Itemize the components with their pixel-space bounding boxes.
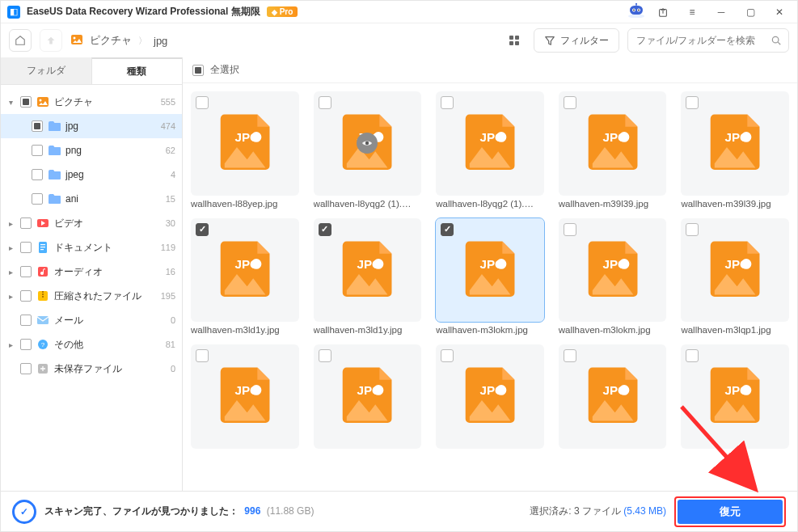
breadcrumb-pictures-icon xyxy=(70,33,83,49)
tree-item-checkbox[interactable] xyxy=(20,339,32,350)
file-checkbox[interactable] xyxy=(196,223,209,236)
chevron-down-icon[interactable]: ▾ xyxy=(6,98,15,107)
file-thumbnail[interactable] xyxy=(191,218,299,323)
file-thumbnail[interactable] xyxy=(314,91,422,196)
file-checkbox[interactable] xyxy=(319,223,331,236)
tab-type[interactable]: 種類 xyxy=(91,57,183,84)
breadcrumb-item[interactable]: ピクチャ xyxy=(90,33,132,48)
sidebar-item-archives[interactable]: ▸圧縮されたファイル195 xyxy=(1,284,182,308)
file-thumbnail[interactable] xyxy=(436,344,544,449)
file-thumbnail[interactable] xyxy=(559,344,667,449)
file-thumbnail[interactable] xyxy=(681,218,789,323)
search-input[interactable] xyxy=(635,34,771,47)
chevron-right-icon[interactable]: ▸ xyxy=(6,292,15,301)
file-card[interactable] xyxy=(314,344,422,452)
select-all-checkbox[interactable] xyxy=(192,65,204,76)
tree-item-checkbox[interactable] xyxy=(32,145,43,156)
file-card[interactable] xyxy=(436,344,544,452)
select-all-row[interactable]: 全選択 xyxy=(183,57,797,83)
file-thumbnail[interactable] xyxy=(191,91,299,196)
file-checkbox[interactable] xyxy=(564,96,576,109)
chevron-right-icon[interactable]: ▸ xyxy=(6,268,15,277)
file-thumbnail[interactable] xyxy=(191,344,299,449)
sidebar-item-ani[interactable]: ani15 xyxy=(1,187,182,211)
chevron-right-icon[interactable]: ▸ xyxy=(6,243,15,252)
tree-item-checkbox[interactable] xyxy=(20,363,32,374)
chevron-right-icon: 〉 xyxy=(138,35,147,47)
file-checkbox[interactable] xyxy=(441,96,454,109)
filter-button[interactable]: フィルター xyxy=(534,28,619,53)
minimize-button-icon[interactable]: ─ xyxy=(710,3,733,21)
chevron-right-icon[interactable]: ▸ xyxy=(6,219,15,228)
file-checkbox[interactable] xyxy=(196,96,209,109)
file-card[interactable] xyxy=(559,344,667,452)
file-thumbnail[interactable] xyxy=(314,344,422,449)
sidebar-item-pictures[interactable]: ▾ピクチャ555 xyxy=(1,90,182,114)
file-card[interactable]: wallhaven-m3ld1y.jpg xyxy=(314,218,422,336)
sidebar-item-png[interactable]: png62 xyxy=(1,138,182,163)
tab-folder[interactable]: フォルダ xyxy=(1,57,91,84)
tree-item-checkbox[interactable] xyxy=(20,290,32,302)
tree-item-checkbox[interactable] xyxy=(20,315,32,326)
file-thumbnail[interactable] xyxy=(559,218,667,323)
file-card[interactable]: wallhaven-m39l39.jpg xyxy=(559,91,667,209)
file-card[interactable]: wallhaven-l88yep.jpg xyxy=(191,91,299,209)
tree-item-checkbox[interactable] xyxy=(20,217,32,229)
tree-item-checkbox[interactable] xyxy=(32,169,43,180)
maximize-button-icon[interactable]: ▢ xyxy=(739,3,762,21)
breadcrumb-item[interactable]: jpg xyxy=(154,35,167,47)
file-thumbnail[interactable] xyxy=(436,218,544,323)
sidebar-item-jpg[interactable]: jpg474 xyxy=(1,114,182,138)
file-card[interactable]: wallhaven-m3lqp1.jpg xyxy=(681,218,789,336)
file-thumbnail[interactable] xyxy=(436,91,544,196)
close-button-icon[interactable]: ✕ xyxy=(768,3,791,21)
tree-item-checkbox[interactable] xyxy=(32,120,43,132)
sidebar-item-mail[interactable]: メール0 xyxy=(1,308,182,332)
home-button[interactable] xyxy=(9,29,32,52)
file-checkbox[interactable] xyxy=(441,349,454,362)
file-checkbox[interactable] xyxy=(441,223,454,236)
file-checkbox[interactable] xyxy=(319,96,331,109)
file-card[interactable]: wallhaven-l8yqg2 (1).… xyxy=(314,91,422,209)
file-checkbox[interactable] xyxy=(319,349,331,362)
recover-button[interactable]: 復元 xyxy=(678,500,783,524)
file-card[interactable]: wallhaven-m3lokm.jpg xyxy=(436,218,544,336)
file-checkbox[interactable] xyxy=(686,96,699,109)
file-thumbnail[interactable] xyxy=(681,91,789,196)
file-checkbox[interactable] xyxy=(564,349,576,362)
jpg-file-icon xyxy=(696,235,774,306)
tree-item-checkbox[interactable] xyxy=(20,266,32,277)
sidebar-item-jpeg[interactable]: jpeg4 xyxy=(1,163,182,187)
sidebar-item-audio[interactable]: ▸オーディオ16 xyxy=(1,260,182,284)
file-thumbnail[interactable] xyxy=(681,344,789,449)
file-card[interactable]: wallhaven-m3lokm.jpg xyxy=(559,218,667,336)
file-card[interactable]: wallhaven-m3ld1y.jpg xyxy=(191,218,299,336)
tree-item-checkbox[interactable] xyxy=(32,193,43,205)
up-button[interactable] xyxy=(40,29,62,52)
view-toggle-grid[interactable] xyxy=(503,29,526,52)
file-name: wallhaven-l8yqg2 (1).… xyxy=(314,199,422,209)
file-card[interactable] xyxy=(681,344,789,452)
sidebar-item-documents[interactable]: ▸ドキュメント119 xyxy=(1,235,182,260)
assistant-icon[interactable] xyxy=(627,3,645,20)
chevron-right-icon[interactable]: ▸ xyxy=(6,340,15,349)
file-card[interactable] xyxy=(191,344,299,452)
file-card[interactable]: wallhaven-l8yqg2 (1).… xyxy=(436,91,544,209)
file-thumbnail[interactable] xyxy=(559,91,667,196)
menu-button-icon[interactable]: ≡ xyxy=(681,3,703,21)
file-checkbox[interactable] xyxy=(686,349,699,362)
sidebar-item-videos[interactable]: ▸ビデオ30 xyxy=(1,211,182,235)
tree-item-label: その他 xyxy=(54,338,161,352)
search-box[interactable] xyxy=(627,28,789,53)
filter-label: フィルター xyxy=(560,34,609,48)
sidebar-item-other[interactable]: ▸その他81 xyxy=(1,332,182,357)
file-card[interactable]: wallhaven-m39l39.jpg xyxy=(681,91,789,209)
file-checkbox[interactable] xyxy=(686,223,699,236)
sidebar-item-unsaved[interactable]: 未保存ファイル0 xyxy=(1,357,182,381)
file-thumbnail[interactable] xyxy=(314,218,422,323)
tree-item-checkbox[interactable] xyxy=(20,242,32,253)
export-button-icon[interactable] xyxy=(652,3,674,21)
tree-item-checkbox[interactable] xyxy=(20,96,32,108)
file-checkbox[interactable] xyxy=(564,223,576,236)
file-checkbox[interactable] xyxy=(196,349,209,362)
